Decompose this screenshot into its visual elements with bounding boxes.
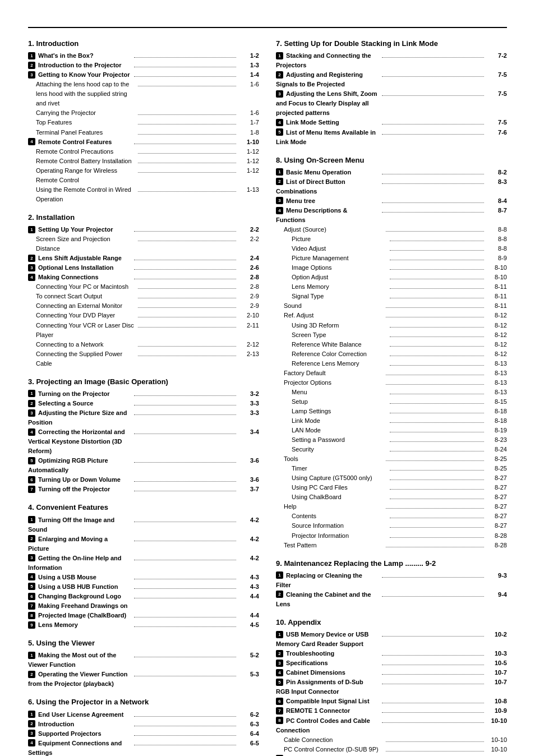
entry-text-label: PC Control Codes and Cable Connection [276, 717, 370, 734]
entry-number-icon: 5 [28, 583, 35, 590]
entry-page: 8-27 [486, 521, 507, 531]
entry-number-icon: 2 [28, 535, 35, 542]
toc-entry: 1 USB Memory Device or USB Memory Card R… [276, 630, 507, 649]
entry-label: Contents [276, 511, 388, 521]
toc-entry: 1 Replacing or Cleaning the Filter9-3 [276, 571, 507, 590]
entry-page: 8-12 [486, 311, 507, 320]
entry-dots [386, 375, 484, 375]
entry-number-icon: 4 [28, 274, 35, 281]
entry-page: 2-9 [238, 292, 259, 301]
entry-text-label: Equipment Connections and Settings [28, 740, 122, 756]
entry-label: Tools [276, 454, 384, 464]
toc-entry: Operating Range for Wireless Remote Cont… [28, 166, 259, 185]
entry-page: 8-10 [486, 263, 507, 273]
section-heading: 2. Installation [28, 212, 259, 223]
entry-number-icon: 2 [28, 720, 35, 727]
entry-page: 8-8 [486, 234, 507, 244]
entry-page: 10-2 [486, 630, 507, 639]
toc-entry: PC Control Connector (D-SUB 9P)10-10 [276, 745, 507, 754]
entry-text-label: Using Capture (GT5000 only) [292, 474, 372, 481]
toc-entry: 1 Basic Menu Operation8-2 [276, 168, 507, 177]
entry-label: Using the Remote Control in Wired Operat… [28, 185, 136, 204]
toc-entry: 1 Turning Off the Image and Sound4-2 [28, 515, 259, 534]
entry-dots [390, 413, 484, 413]
entry-label: Connecting Your PC or Macintosh [28, 282, 136, 292]
entry-text-label: Menu [292, 389, 307, 395]
entry-text-label: Timer [292, 465, 307, 472]
entry-text-label: Turning Off the Image and Sound [28, 517, 114, 533]
section-heading: 7. Setting Up for Double Stacking in Lin… [276, 38, 507, 49]
entry-label: 1 USB Memory Device or USB Memory Card R… [276, 630, 380, 649]
entry-dots [390, 470, 484, 471]
entry-label: 1 Basic Menu Operation [276, 168, 380, 177]
entry-page: 8-19 [486, 426, 507, 435]
entry-label: Remote Control Precautions [28, 147, 136, 156]
toc-entry: Timer8-25 [276, 464, 507, 473]
entry-text-label: Top Features [36, 119, 72, 126]
entry-text-label: Reference Color Correction [292, 351, 367, 357]
entry-label: Using PC Card Files [276, 483, 388, 492]
entry-page: 10-7 [486, 677, 507, 687]
entry-page: 8-8 [486, 244, 507, 253]
entry-dots [386, 751, 484, 752]
toc-section: 7. Setting Up for Double Stacking in Lin… [276, 38, 507, 147]
entry-text-label: Source Information [292, 522, 344, 529]
entry-number-icon: 7 [276, 707, 283, 714]
entry-number-icon: 3 [276, 90, 283, 98]
entry-label: 6 Compatible Input Signal List [276, 697, 380, 706]
entry-text-label: Getting the On-line Help and Information [28, 555, 122, 571]
entry-page: 8-9 [486, 253, 507, 263]
entry-text-label: To connect Scart Output [36, 293, 102, 299]
entry-page: 3-3 [238, 408, 259, 418]
entry-number-icon: 7 [28, 486, 35, 493]
toc-entry: 2 Operating the Viewer Function from the… [28, 670, 259, 689]
entry-text-label: Adjusting and Registering Signals to Be … [276, 71, 363, 87]
toc-entry: 2 Lens Shift Adjustable Range2-4 [28, 253, 259, 263]
entry-page: 4-3 [238, 573, 259, 582]
entry-dots [382, 674, 484, 675]
entry-text-label: Connecting Your VCR or Laser Disc Player [36, 322, 134, 338]
entry-label: Reference Lens Memory [276, 359, 388, 368]
entry-label: Adjust (Source) [276, 225, 384, 234]
entry-label: 3 Adjusting the Lens Shift, Zoom and Foc… [276, 89, 380, 118]
entry-page: 8-7 [486, 206, 507, 215]
entry-label: Video Adjust [276, 244, 388, 253]
entry-text-label: Using ChalkBoard [292, 494, 342, 500]
entry-dots [390, 241, 484, 241]
entry-text-label: Lens Shift Adjustable Range [38, 255, 122, 261]
entry-dots [386, 231, 484, 232]
toc-entry: Using the Remote Control in Wired Operat… [28, 185, 259, 204]
toc-entry: Reference White Balance8-12 [276, 340, 507, 349]
entry-label: Projector Options [276, 378, 384, 388]
entry-text-label: Signal Type [292, 293, 324, 299]
entry-page: 2-9 [238, 301, 259, 311]
entry-number-icon: 1 [28, 226, 35, 233]
entry-page: 4-3 [238, 582, 259, 592]
entry-page: 6-3 [238, 720, 259, 729]
entry-label: 4 Correcting the Horizontal and Vertical… [28, 427, 132, 456]
entry-label: 4 Equipment Connections and Settings [28, 739, 132, 756]
toc-entry: 7 Making Freehand Drawings on [28, 601, 259, 611]
entry-page: 4-2 [238, 534, 259, 544]
toc-entry: Security8-24 [276, 445, 507, 454]
entry-dots [390, 336, 484, 337]
toc-entry: 3 Supported Projectors6-4 [28, 729, 259, 739]
entry-text-label: End User License Agreement [38, 711, 123, 718]
entry-page: 5-2 [238, 651, 259, 660]
entry-text-label: Connecting to a Network [36, 341, 103, 348]
entry-label: 3 Supported Projectors [28, 729, 132, 739]
entry-label: 3 Menu tree [276, 196, 380, 206]
entry-text-label: Adjust (Source) [284, 226, 326, 233]
entry-text-label: Video Adjust [292, 245, 326, 252]
entry-label: Source Information [276, 521, 388, 531]
entry-text-label: Image Options [292, 264, 332, 271]
entry-dots [386, 460, 484, 461]
entry-dots [390, 365, 484, 366]
toc-section: 8. Using On-Screen Menu1 Basic Menu Oper… [276, 155, 507, 550]
entry-page: 8-27 [486, 502, 507, 511]
entry-number-icon: 1 [276, 571, 283, 579]
entry-label: Help [276, 502, 384, 511]
toc-entry: 4 Using a USB Mouse4-3 [28, 573, 259, 582]
entry-dots [138, 134, 236, 135]
entry-page: 2-11 [238, 321, 259, 330]
